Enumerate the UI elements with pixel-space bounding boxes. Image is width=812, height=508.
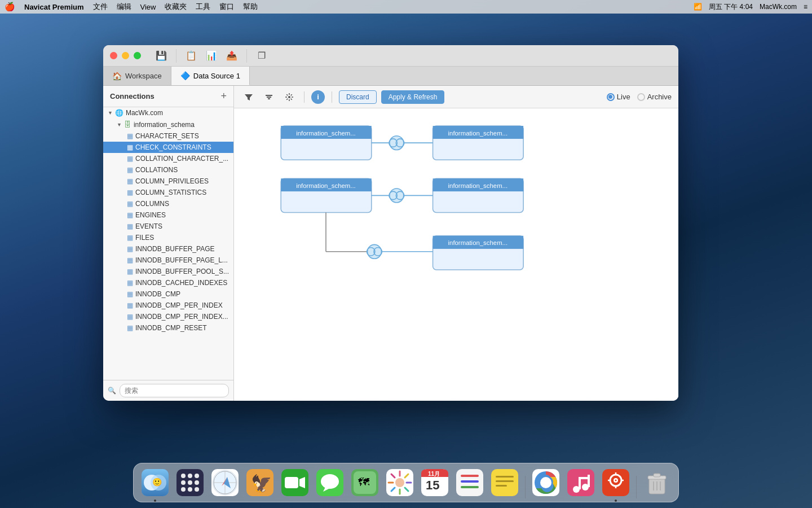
menu-view[interactable]: View [140,3,156,11]
sidebar-item-column-statistics[interactable]: ▦ COLUMN_STATISTICS [103,187,233,198]
sidebar-item-innodb-buffer-page[interactable]: ▦ INNODB_BUFFER_PAGE [103,243,233,255]
svg-rect-89 [491,469,518,496]
mackwk-label: MacWk.com [126,109,163,117]
dock-chrome[interactable] [530,467,562,498]
svg-point-45 [195,474,199,478]
close-button[interactable] [110,52,117,59]
svg-text:🗺: 🗺 [358,476,369,488]
innodb-buffer-page-label: INNODB_BUFFER_PAGE [135,245,214,253]
dock-safari[interactable] [209,467,241,498]
sidebar-item-character-sets[interactable]: ▦ CHARACTER_SETS [103,130,233,142]
radio-archive[interactable]: Archive [637,93,672,101]
settings-button[interactable] [281,89,297,105]
sidebar-item-column-privileges[interactable]: ▦ COLUMN_PRIVILEGES [103,176,233,187]
sidebar-item-columns[interactable]: ▦ COLUMNS [103,198,233,209]
menu-favorites[interactable]: 收藏夾 [165,2,187,12]
dock-navicat[interactable] [600,467,632,498]
sidebar-item-information-schema[interactable]: ▼ 🗄 information_schema [103,119,233,130]
check-constraints-label: CHECK_CONSTRAINTS [135,143,211,151]
dock-calendar[interactable]: 11月15 [419,467,451,498]
menu-help[interactable]: 幫助 [243,2,258,12]
sidebar-item-files[interactable]: ▦ FILES [103,232,233,243]
svg-rect-91 [496,480,514,482]
innodb-buffer-pool-s-label: INNODB_BUFFER_POOL_S... [135,268,229,275]
menu-icon[interactable]: ≡ [804,3,807,11]
dock-maps[interactable]: 🗺 [349,467,381,498]
sidebar-item-innodb-cmp-per-index[interactable]: ▦ INNODB_CMP_PER_INDEX [103,300,233,311]
tab-datasource[interactable]: 🔷 Data Source 1 [171,67,250,85]
tab-bar: 🏠 Workspace 🔷 Data Source 1 [103,67,678,86]
sidebar-item-innodb-cmp-per-index2[interactable]: ▦ INNODB_CMP_PER_INDEX... [103,311,233,322]
sidebar-item-engines[interactable]: ▦ ENGINES [103,209,233,221]
schema-label: information_schema [134,121,195,129]
menu-tools[interactable]: 工具 [196,2,210,12]
dock-notes[interactable] [489,467,520,498]
dock-music[interactable] [565,467,597,498]
sidebar-item-innodb-cached-indexes[interactable]: ▦ INNODB_CACHED_INDEXES [103,277,233,288]
dock-messages[interactable] [314,467,346,498]
minimize-button[interactable] [122,52,129,59]
info-button[interactable]: i [311,90,325,104]
sidebar-item-innodb-buffer-pool-s[interactable]: ▦ INNODB_BUFFER_POOL_S... [103,266,233,277]
svg-text:15: 15 [426,478,439,492]
svg-text:🦅: 🦅 [251,474,272,494]
filter-button[interactable] [241,89,257,105]
chart-button[interactable]: 📊 [202,48,220,64]
add-connection-button[interactable]: + [220,90,227,102]
sidebar-item-events[interactable]: ▦ EVENTS [103,221,233,232]
svg-rect-102 [579,477,590,479]
main-content: Connections + ▼ 🌐 MacWk.com ▼ 🗄 informat… [103,86,678,401]
table-icon-1: ▦ [127,132,133,140]
sort-button[interactable] [261,89,277,105]
table-icon-10: ▦ [127,234,133,242]
sidebar-item-mackwk[interactable]: ▼ 🌐 MacWk.com [103,107,233,119]
sidebar-item-innodb-cmp[interactable]: ▦ INNODB_CMP [103,288,233,300]
export-button[interactable]: 📤 [223,48,241,64]
dock-trash[interactable] [641,467,673,498]
menu-edit[interactable]: 编辑 [117,2,131,12]
tab-workspace[interactable]: 🏠 Workspace [103,67,171,85]
app-name[interactable]: Navicat Premium [24,3,84,11]
search-input[interactable] [120,384,229,397]
radio-live-dot [608,95,612,99]
svg-point-0 [288,96,290,98]
menu-file[interactable]: 文件 [93,2,108,12]
sidebar-item-collations[interactable]: ▦ COLLATIONS [103,164,233,176]
wifi-icon: 📶 [694,3,702,11]
dock-photos[interactable] [384,467,416,498]
menu-window[interactable]: 窗口 [219,2,234,12]
apply-refresh-button[interactable]: Apply & Refresh [381,90,445,104]
maximize-button[interactable] [134,52,141,59]
dock-reminders[interactable] [454,467,486,498]
new-table-button[interactable]: 📋 [182,48,200,64]
svg-text:🙂: 🙂 [152,478,162,487]
dock-finder[interactable]: 🙂 [139,467,171,498]
innodb-cmp-label: INNODB_CMP [135,290,180,298]
svg-point-47 [188,480,192,485]
connections-label: Connections [110,92,155,100]
title-bar: 💾 📋 📊 📤 ❐ [103,45,678,67]
sidebar-item-innodb-cmp-reset[interactable]: ▦ INNODB_CMP_RESET [103,322,233,334]
svg-point-33 [368,244,382,259]
canvas-diagram[interactable]: information_schem... information_schem..… [234,108,678,401]
dock-facetime[interactable] [279,467,311,498]
dock-launchpad[interactable] [174,467,206,498]
toolbar-sep-2 [246,49,247,63]
dock: 🙂 🦅 🗺 11月15 [133,463,679,502]
sidebar-item-innodb-buffer-page-l[interactable]: ▦ INNODB_BUFFER_PAGE_L... [103,255,233,266]
search-icon: 🔍 [108,387,116,395]
table-icon-14: ▦ [127,279,133,287]
sidebar-item-collation-char[interactable]: ▦ COLLATION_CHARACTER_... [103,153,233,164]
dock-mail[interactable]: 🦅 [244,467,276,498]
sidebar-item-check-constraints[interactable]: ▦ CHECK_CONSTRAINTS [103,142,233,153]
events-label: EVENTS [135,222,162,230]
copy-button[interactable]: ❐ [253,48,271,64]
sidebar-header: Connections + [103,86,233,107]
radio-live[interactable]: Live [607,93,630,101]
save-button[interactable]: 💾 [152,48,170,64]
discard-button[interactable]: Discard [339,90,377,104]
radio-live-circle [607,93,615,101]
apple-menu[interactable]: 🍎 [5,2,15,12]
svg-text:information_schem...: information_schem... [296,130,356,137]
sidebar: Connections + ▼ 🌐 MacWk.com ▼ 🗄 informat… [103,86,234,401]
